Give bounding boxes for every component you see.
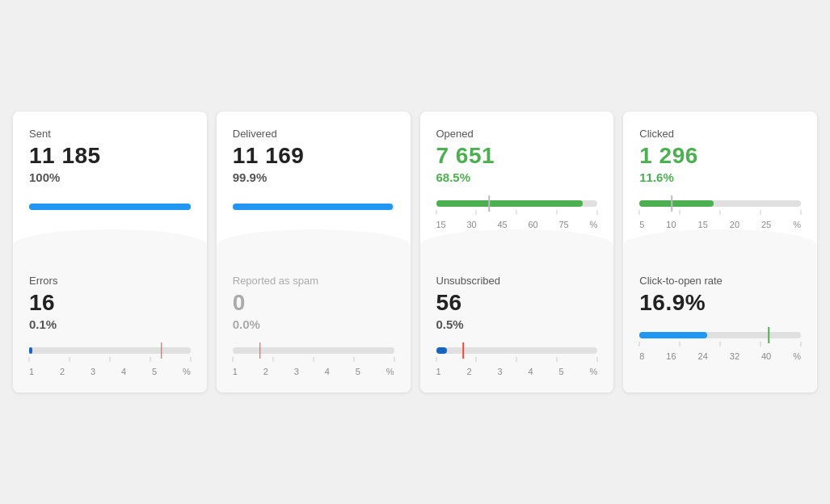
axis-label: %: [589, 367, 597, 376]
bar-top-delivered: [233, 204, 394, 210]
tick-mark: [394, 357, 394, 362]
tick-mark: [680, 342, 680, 346]
axis-label: 40: [761, 351, 771, 361]
axis-top-opened: 1530456075%: [436, 220, 598, 229]
axis-label: 5: [639, 220, 644, 229]
axis-label: 15: [436, 220, 446, 229]
tick-mark: [29, 357, 30, 362]
axis-label: 3: [91, 367, 95, 376]
tick-mark: [313, 357, 314, 362]
axis-label: 20: [730, 220, 739, 229]
tick-mark: [353, 357, 354, 362]
label-clicked-top: Clicked: [639, 128, 801, 140]
tick-mark: [760, 210, 761, 215]
bar-marker-bottom-sent: [161, 342, 162, 359]
axis-label: 16: [666, 351, 676, 361]
label-opened-top: Opened: [436, 128, 598, 140]
value-delivered-top: 11 169: [233, 143, 394, 169]
divider-delivered: [217, 229, 411, 262]
value-sent-bottom: 16: [29, 290, 191, 316]
tick-mark: [801, 210, 802, 215]
tick-mark: [516, 210, 517, 215]
axis-label: 24: [698, 351, 708, 361]
card-top-sent: Sent11 185100%: [13, 111, 207, 229]
tick-mark: [476, 357, 477, 362]
tick-mark: [69, 357, 70, 362]
label-delivered-bottom: Reported as spam: [233, 275, 394, 287]
axis-label: 2: [263, 367, 268, 376]
card-top-clicked: Clicked1 29611.6%510152025%: [623, 111, 817, 229]
chart-top-opened: 1530456075%: [436, 200, 598, 229]
axis-label: 5: [356, 367, 360, 376]
bar-marker-top-clicked: [671, 195, 672, 212]
axis-label: 3: [294, 367, 299, 376]
value-opened-top: 7 651: [436, 143, 598, 169]
tick-mark: [272, 357, 273, 362]
tick-mark: [801, 342, 802, 346]
bar-track-bottom-clicked: [639, 332, 801, 338]
label-delivered-top: Delivered: [233, 128, 394, 140]
axis-top-clicked: 510152025%: [639, 220, 801, 229]
axis-bottom-opened: 12345%: [436, 367, 598, 376]
bar-fill-bottom-clicked: [639, 332, 707, 338]
card-bottom-opened: Unsubscribed560.5%12345%: [420, 262, 614, 393]
axis-bottom-delivered: 12345%: [233, 367, 394, 376]
percent-clicked-top: 11.6%: [639, 170, 801, 184]
axis-label: 10: [666, 220, 676, 229]
axis-label: 1: [233, 367, 238, 376]
tick-mark: [436, 210, 436, 215]
axis-label: %: [793, 220, 801, 229]
card-bottom-delivered: Reported as spam00.0%12345%: [217, 262, 411, 393]
value-clicked-top: 1 296: [639, 143, 801, 169]
axis-label: 5: [558, 367, 563, 376]
card-top-delivered: Delivered11 16999.9%: [217, 111, 411, 229]
bar-fill-simple-delivered: [233, 204, 393, 210]
label-sent-bottom: Errors: [29, 275, 191, 287]
bar-marker-bottom-delivered: [259, 342, 261, 359]
axis-label: %: [386, 367, 394, 376]
axis-label: 3: [497, 367, 502, 376]
card-top-opened: Opened7 65168.5%1530456075%: [420, 111, 614, 229]
tick-mark: [597, 210, 598, 215]
divider-opened: [420, 229, 614, 262]
bar-track-simple-sent: [29, 204, 191, 210]
card-opened: Opened7 65168.5%1530456075%Unsubscribed5…: [420, 111, 614, 393]
label-sent-top: Sent: [29, 128, 191, 140]
percent-sent-bottom: 0.1%: [29, 317, 191, 331]
tick-mark: [557, 357, 558, 362]
divider-clicked: [623, 229, 817, 262]
tick-mark: [639, 210, 640, 215]
percent-opened-bottom: 0.5%: [436, 317, 598, 331]
bar-fill-simple-sent: [29, 204, 191, 210]
axis-label: 15: [698, 220, 708, 229]
tick-mark: [597, 357, 598, 362]
dashboard: Sent11 185100%Errors160.1%12345%Delivere…: [0, 99, 830, 405]
bar-fill-bottom-sent: [29, 347, 32, 354]
axis-label: 1: [29, 367, 34, 376]
bar-fill-top-clicked: [639, 200, 714, 207]
bar-track-top-opened: [436, 200, 598, 207]
bar-marker-bottom-opened: [463, 342, 465, 359]
axis-label: %: [793, 351, 801, 361]
chart-bottom-delivered: 12345%: [233, 347, 394, 376]
tick-mark: [557, 210, 558, 215]
tick-mark: [190, 357, 191, 362]
tick-mark: [760, 342, 761, 346]
bar-fill-bottom-opened: [436, 347, 448, 354]
axis-label: %: [183, 367, 191, 376]
tick-mark: [232, 357, 233, 362]
axis-bottom-sent: 12345%: [29, 367, 191, 376]
bar-marker-top-opened: [489, 195, 491, 212]
axis-label: 5: [152, 367, 157, 376]
tick-mark: [476, 210, 477, 215]
value-sent-top: 11 185: [29, 143, 191, 169]
axis-label: 2: [60, 367, 65, 376]
percent-delivered-bottom: 0.0%: [233, 317, 394, 331]
card-delivered: Delivered11 16999.9%Reported as spam00.0…: [217, 111, 411, 393]
axis-label: 8: [639, 351, 644, 361]
value-delivered-bottom: 0: [233, 290, 394, 316]
axis-label: %: [589, 220, 597, 229]
bar-track-simple-delivered: [233, 204, 394, 210]
percent-sent-top: 100%: [29, 170, 191, 184]
chart-bottom-sent: 12345%: [29, 347, 191, 376]
